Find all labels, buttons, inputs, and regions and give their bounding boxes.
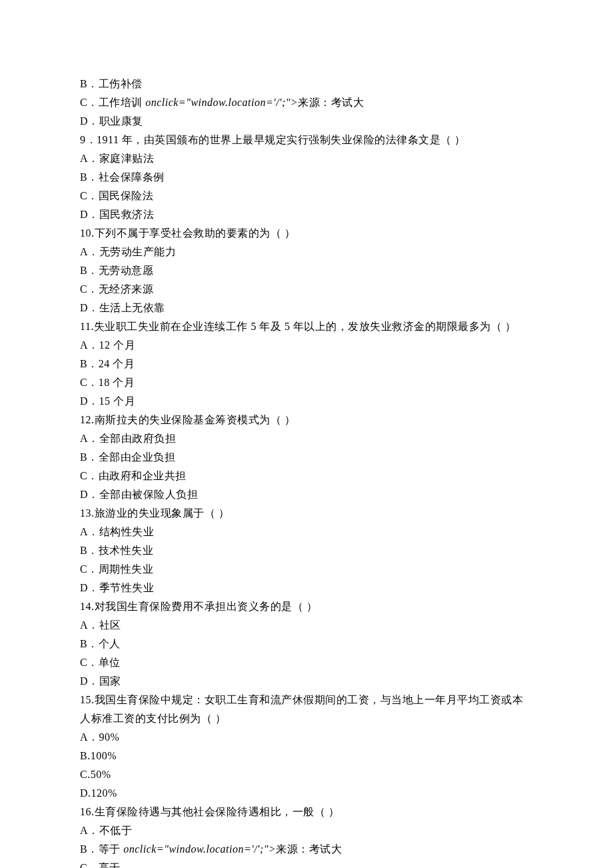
- text-line: A．家庭津贴法: [80, 149, 533, 168]
- text-line: D．国家: [80, 672, 533, 691]
- source-label: 来源：考试大: [298, 97, 364, 108]
- text-line: D．职业康复: [80, 112, 533, 131]
- onclick-fragment: onclick="window.location='/';">: [145, 97, 298, 108]
- text-line: A．12 个月: [80, 336, 533, 355]
- text-line: C．18 个月: [80, 373, 533, 392]
- text-line: A．社区: [80, 616, 533, 635]
- text-line: A．90%: [80, 728, 533, 747]
- source-label: 来源：考试大: [276, 843, 342, 855]
- text-line: 15.我国生育保险中规定：女职工生育和流产休假期间的工资，与当地上一年月平均工资…: [80, 691, 533, 728]
- text-line: B．等于 onclick="window.location='/';">来源：考…: [80, 840, 533, 859]
- text-line: 12.南斯拉夫的失业保险基金筹资模式为（ ）: [80, 411, 533, 429]
- text-line: D．15 个月: [80, 392, 533, 411]
- text-line: C．单位: [80, 653, 533, 672]
- text-line: B．工伤补偿: [80, 75, 533, 93]
- text-line: B．技术性失业: [80, 541, 533, 560]
- text-line: A．结构性失业: [80, 523, 533, 541]
- text-line: A．全部由政府负担: [80, 429, 533, 448]
- text-line: B．全部由企业负担: [80, 448, 533, 467]
- text-line: 13.旅游业的失业现象属于（ ）: [80, 504, 533, 523]
- text-line: D.120%: [80, 784, 533, 803]
- text-line: 10.下列不属于享受社会救助的要素的为（ ）: [80, 224, 533, 243]
- text-line: 16.生育保险待遇与其他社会保险待遇相比，一般（ ）: [80, 803, 533, 821]
- text-line: B.100%: [80, 747, 533, 765]
- text-line: C．无经济来源: [80, 280, 533, 299]
- text-line: 11.失业职工失业前在企业连续工作 5 年及 5 年以上的，发放失业救济金的期限…: [80, 317, 533, 336]
- onclick-fragment: onclick="window.location='/';">: [123, 843, 276, 855]
- text-line: B．24 个月: [80, 355, 533, 373]
- text-line: B．社会保障条例: [80, 168, 533, 187]
- text-line: A．无劳动生产能力: [80, 243, 533, 261]
- option-prefix: B．等于: [80, 843, 123, 855]
- text-line: 14.对我国生育保险费用不承担出资义务的是（ ）: [80, 597, 533, 616]
- text-line: D．季节性失业: [80, 579, 533, 597]
- text-line: B．无劳动意愿: [80, 261, 533, 280]
- text-line: B．个人: [80, 635, 533, 653]
- text-line: D．国民救济法: [80, 205, 533, 224]
- text-line: 9．1911 年，由英国颁布的世界上最早规定实行强制失业保险的法律条文是（ ）: [80, 131, 533, 149]
- text-line: C．由政府和企业共担: [80, 467, 533, 485]
- text-line: C.50%: [80, 765, 533, 784]
- text-line: C．高于: [80, 859, 533, 868]
- text-line: D．生活上无依靠: [80, 299, 533, 317]
- document-body: B．工伤补偿C．工作培训 onclick="window.location='/…: [80, 75, 533, 868]
- text-line: A．不低于: [80, 821, 533, 840]
- text-line: D．全部由被保险人负担: [80, 485, 533, 504]
- text-line: C．工作培训 onclick="window.location='/';">来源…: [80, 93, 533, 112]
- text-line: C．周期性失业: [80, 560, 533, 579]
- text-line: C．国民保险法: [80, 187, 533, 205]
- option-prefix: C．工作培训: [80, 97, 145, 108]
